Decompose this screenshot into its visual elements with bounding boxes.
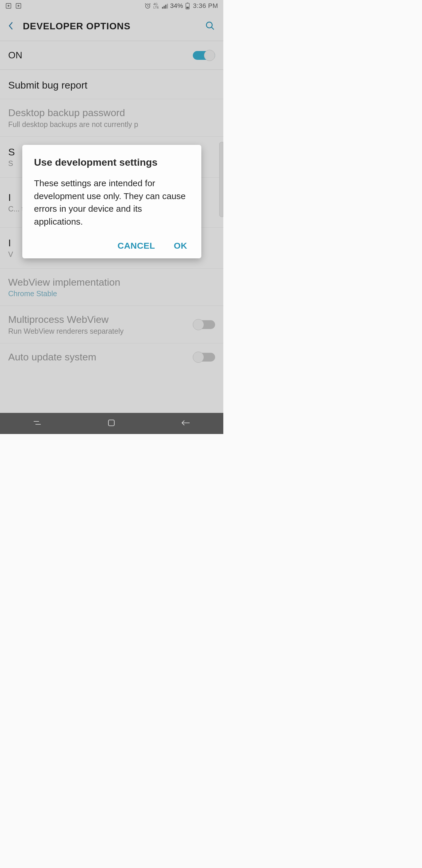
cancel-button[interactable]: CANCEL [118, 241, 155, 251]
search-button[interactable] [205, 21, 215, 32]
setting-title: Auto update system [8, 351, 187, 363]
svg-rect-4 [187, 3, 188, 3]
setting-desktop-backup-password[interactable]: Desktop backup password Full desktop bac… [0, 99, 223, 137]
status-bar: 4GLTE 34% 3:36 PM [0, 0, 223, 12]
master-toggle-label: ON [8, 50, 22, 61]
setting-subtitle: Run WebView renderers separately [8, 327, 187, 336]
back-nav-button[interactable] [181, 419, 191, 428]
setting-webview-implementation[interactable]: WebView implementation Chrome Stable [0, 269, 223, 306]
battery-percent: 34% [170, 2, 183, 10]
svg-rect-5 [186, 7, 189, 8]
signal-icon [161, 3, 168, 9]
setting-subtitle: Full desktop backups are not currently p [8, 120, 215, 129]
clock-text: 3:36 PM [193, 2, 218, 10]
notification-icon [5, 3, 12, 9]
navigation-bar [0, 413, 223, 434]
setting-auto-update-system[interactable]: Auto update system [0, 343, 223, 371]
ok-button[interactable]: OK [174, 241, 187, 251]
setting-title: Multiprocess WebView [8, 313, 187, 326]
page-title: DEVELOPER OPTIONS [23, 21, 196, 32]
dialog-body: These settings are intended for developm… [34, 177, 190, 228]
master-toggle-row[interactable]: ON [0, 41, 223, 70]
confirm-dialog: Use development settings These settings … [22, 145, 201, 258]
toggle-switch[interactable] [193, 351, 215, 363]
setting-submit-bug-report[interactable]: Submit bug report [0, 71, 223, 99]
lte-icon: 4GLTE [153, 3, 159, 9]
setting-title: WebView implementation [8, 276, 215, 288]
svg-rect-7 [108, 420, 114, 426]
recents-button[interactable] [33, 419, 42, 428]
setting-multiprocess-webview[interactable]: Multiprocess WebView Run WebView rendere… [0, 306, 223, 343]
app-bar: DEVELOPER OPTIONS [0, 12, 223, 41]
scroll-handle[interactable] [219, 142, 223, 217]
home-button[interactable] [107, 419, 116, 428]
setting-subtitle: Chrome Stable [8, 289, 215, 298]
setting-title: Desktop backup password [8, 107, 215, 119]
master-toggle-switch[interactable] [193, 50, 215, 61]
dialog-title: Use development settings [34, 157, 190, 168]
notification-icon [15, 3, 22, 9]
back-button[interactable] [8, 22, 13, 31]
setting-title: Submit bug report [8, 79, 215, 91]
toggle-switch[interactable] [193, 319, 215, 330]
battery-icon [186, 2, 190, 9]
svg-point-6 [206, 22, 212, 28]
alarm-icon [144, 3, 151, 9]
